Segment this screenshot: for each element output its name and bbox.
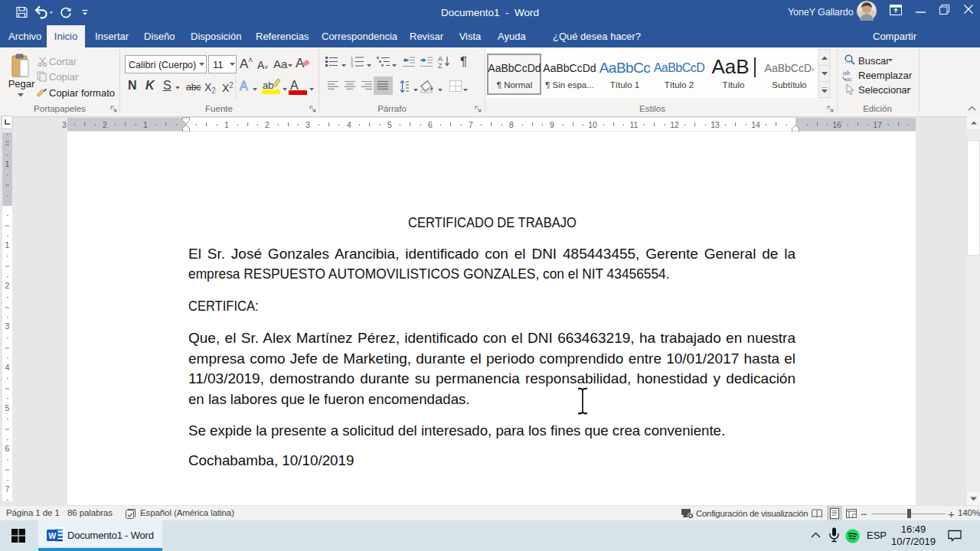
svg-text:W: W (48, 531, 56, 540)
svg-text:ac: ac (846, 75, 853, 81)
svg-text:3: 3 (351, 64, 353, 67)
svg-text:Z: Z (438, 62, 443, 68)
